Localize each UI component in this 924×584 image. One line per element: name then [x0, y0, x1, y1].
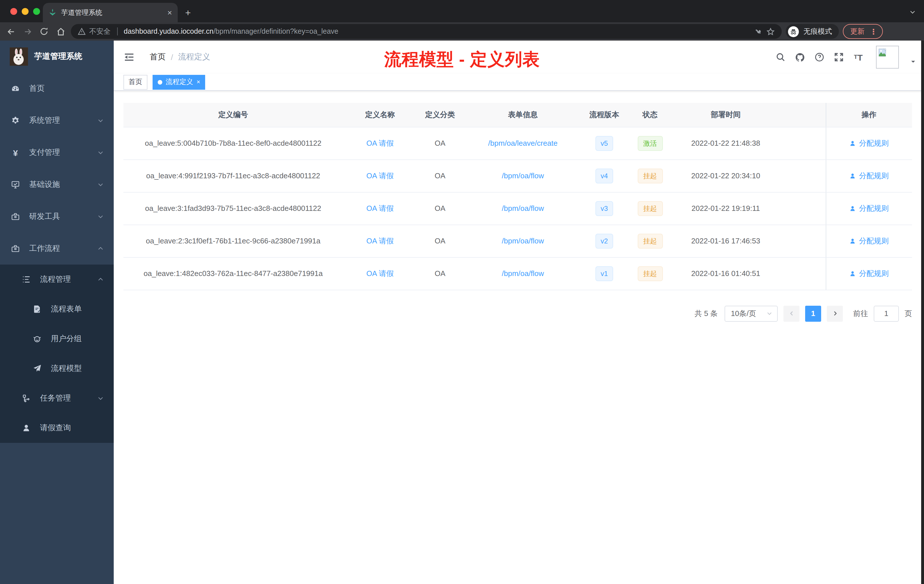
table-row: oa_leave:1:482ec033-762a-11ec-8477-a2380… [124, 257, 912, 290]
browser-tab[interactable]: 芋道管理系统 × [43, 3, 178, 22]
forward-icon[interactable] [21, 25, 34, 38]
incognito-icon [788, 26, 799, 37]
assign-rule-button[interactable]: 分配规则 [850, 138, 889, 148]
sidebar-item-process-model[interactable]: 流程模型 [0, 354, 114, 383]
github-icon[interactable] [795, 52, 805, 62]
page-size-value: 10条/页 [731, 308, 756, 318]
assign-rule-button[interactable]: 分配规则 [850, 268, 889, 279]
status-badge: 挂起 [637, 233, 663, 248]
breadcrumb-current: 流程定义 [178, 52, 210, 62]
assign-rule-button[interactable]: 分配规则 [850, 203, 889, 213]
tab-search-chevron-icon[interactable] [909, 7, 916, 18]
address-bar[interactable]: 不安全 dashboard.yudao.iocoder.cn/bpm/manag… [71, 24, 782, 39]
definition-name-link[interactable]: OA 请假 [366, 269, 393, 277]
user-group-icon [33, 334, 42, 343]
browser-menu-dots-icon[interactable]: ⋮ [870, 28, 877, 35]
sidebar-item-process-management[interactable]: 流程管理 [0, 265, 114, 294]
avatar-dropdown-caret-icon[interactable] [910, 56, 916, 67]
avatar[interactable] [876, 46, 899, 69]
sidebar: 芋道管理系统 首页 系统管理 ¥ [0, 41, 114, 584]
sidebar-item-task-management[interactable]: 任务管理 [0, 383, 114, 413]
sidebar-item-label: 基础设施 [29, 180, 60, 190]
form-link[interactable]: /bpm/oa/flow [502, 237, 544, 245]
col-definition-category: 定义分类 [417, 103, 463, 127]
goto-page-input[interactable] [874, 305, 899, 322]
maximize-window-button[interactable] [33, 8, 40, 15]
back-icon[interactable] [5, 25, 17, 38]
close-tag-icon[interactable]: × [196, 79, 200, 85]
tag-home[interactable]: 首页 [124, 74, 147, 89]
search-icon[interactable] [776, 52, 786, 62]
home-icon[interactable] [54, 25, 67, 38]
sidebar-item-leave-query[interactable]: 请假查询 [0, 413, 114, 443]
sidebar-item-label: 工作流程 [29, 243, 60, 254]
version-badge: v1 [596, 266, 613, 281]
update-label[interactable]: 更新 [850, 26, 865, 36]
deploy-time: 2022-01-16 01:40:51 [674, 257, 777, 290]
fullscreen-icon[interactable] [834, 52, 844, 62]
sidebar-item-home[interactable]: 首页 [0, 73, 114, 105]
minimize-window-button[interactable] [22, 8, 28, 15]
bookmark-star-icon[interactable] [766, 27, 775, 36]
definition-name-link[interactable]: OA 请假 [366, 171, 393, 180]
col-status: 状态 [626, 103, 674, 127]
breadcrumb-home[interactable]: 首页 [150, 52, 166, 62]
sidebar-item-system[interactable]: 系统管理 [0, 105, 114, 137]
window-controls[interactable] [10, 8, 40, 15]
close-window-button[interactable] [10, 8, 17, 15]
chevron-down-icon [97, 395, 104, 402]
definition-name-link[interactable]: OA 请假 [366, 236, 393, 245]
app-logo-row[interactable]: 芋道管理系统 [0, 42, 114, 71]
chevron-down-icon [97, 213, 104, 220]
browser-scrollbar[interactable] [921, 41, 924, 584]
page-number-button[interactable]: 1 [805, 305, 821, 322]
close-tab-icon[interactable]: × [167, 8, 172, 16]
page-size-select[interactable]: 10条/页 [724, 305, 778, 322]
browser-toolbar: 不安全 dashboard.yudao.iocoder.cn/bpm/manag… [0, 22, 924, 41]
definition-name-link[interactable]: OA 请假 [366, 204, 393, 212]
password-key-icon[interactable] [754, 27, 763, 36]
sidebar-item-label: 流程模型 [51, 363, 82, 374]
monitor-icon [11, 180, 20, 189]
form-link[interactable]: /bpm/oa/flow [502, 269, 544, 278]
yen-icon: ¥ [11, 148, 20, 157]
dashboard-icon [11, 84, 20, 93]
org-tree-icon [22, 394, 31, 403]
font-size-icon[interactable]: TT [853, 52, 863, 62]
tag-process-definition[interactable]: 流程定义 × [153, 74, 205, 89]
deploy-time: 2022-01-22 21:48:38 [674, 127, 777, 159]
sidebar-item-infrastructure[interactable]: 基础设施 [0, 168, 114, 201]
sidebar-item-dev-tools[interactable]: 研发工具 [0, 201, 114, 233]
col-actions: 操作 [826, 103, 912, 127]
chevron-up-icon [97, 245, 104, 252]
definition-id: oa_leave:3:1fad3d93-7b75-11ec-a3c8-acde4… [124, 192, 343, 224]
sidebar-item-payment[interactable]: ¥ 支付管理 [0, 137, 114, 168]
hamburger-icon[interactable] [124, 51, 135, 63]
chevron-down-icon [97, 149, 104, 156]
sidebar-item-process-form[interactable]: 流程表单 [0, 294, 114, 324]
prev-page-button[interactable] [784, 305, 799, 322]
col-definition-id: 定义编号 [124, 103, 343, 127]
page-unit-label: 页 [904, 308, 912, 318]
form-link[interactable]: /bpm/oa/flow [502, 204, 544, 213]
help-icon[interactable] [814, 52, 825, 62]
browser-update-button[interactable]: 更新 ⋮ [843, 24, 883, 39]
url-text[interactable]: dashboard.yudao.iocoder.cn/bpm/manager/d… [124, 27, 338, 35]
definition-name-link[interactable]: OA 请假 [366, 139, 393, 147]
tab-title: 芋道管理系统 [61, 8, 163, 17]
user-icon [22, 424, 31, 432]
col-deploy-time: 部署时间 [674, 103, 777, 127]
next-page-button[interactable] [827, 305, 843, 322]
reload-icon[interactable] [38, 25, 50, 38]
browser-window: 芋道管理系统 × + 不安全 dashboard.yudao.iocoder.c… [0, 0, 924, 584]
form-link[interactable]: /bpm/oa/leave/create [488, 139, 558, 147]
sidebar-item-user-group[interactable]: 用户分组 [0, 324, 114, 354]
assign-rule-button[interactable]: 分配规则 [850, 171, 889, 181]
new-tab-button[interactable]: + [185, 8, 191, 18]
definition-table: 定义编号 定义名称 定义分类 表单信息 流程版本 状态 部署时间 操作 [124, 103, 912, 290]
form-link[interactable]: /bpm/oa/flow [502, 172, 544, 180]
not-secure-label[interactable]: 不安全 [89, 26, 111, 36]
assign-rule-button[interactable]: 分配规则 [850, 236, 889, 246]
sidebar-item-workflow[interactable]: 工作流程 [0, 233, 114, 265]
not-secure-warning-icon [78, 27, 86, 35]
